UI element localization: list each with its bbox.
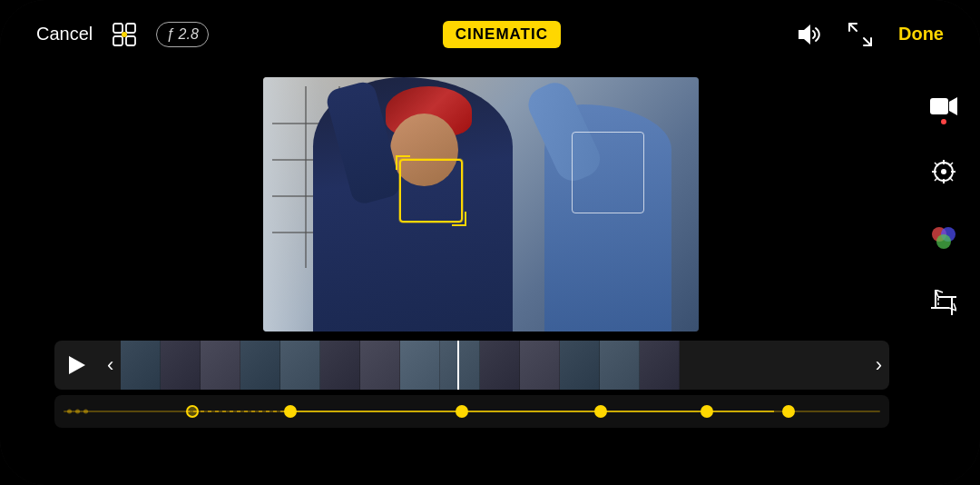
- playhead[interactable]: [457, 341, 459, 390]
- top-bar-left: Cancel ƒ 2.8: [36, 19, 209, 50]
- video-area: ‹: [0, 68, 907, 485]
- cancel-button[interactable]: Cancel: [36, 24, 93, 45]
- film-frame: [161, 341, 201, 390]
- film-frame: [320, 341, 360, 390]
- focus-point-5[interactable]: [701, 405, 713, 418]
- svg-line-6: [849, 24, 857, 31]
- play-button[interactable]: [54, 341, 100, 390]
- film-frame: [480, 341, 520, 390]
- video-frame[interactable]: [263, 77, 699, 332]
- svg-rect-3: [126, 36, 135, 45]
- top-bar-right: Done: [795, 22, 944, 47]
- film-frame: [360, 341, 400, 390]
- top-bar: Cancel ƒ 2.8 CINEMATIC: [0, 0, 980, 68]
- detect-box[interactable]: [572, 132, 644, 213]
- color-tool-button[interactable]: [924, 217, 964, 257]
- main-content: ‹: [0, 68, 980, 485]
- film-frame: [121, 341, 161, 390]
- aperture-badge[interactable]: ƒ 2.8: [156, 22, 209, 47]
- video-background: [263, 77, 699, 332]
- timeline-chevron-right[interactable]: ›: [868, 353, 889, 377]
- film-frame: [201, 341, 240, 390]
- bottom-controls: ‹: [54, 341, 907, 428]
- svg-rect-27: [938, 297, 952, 308]
- film-frame: [640, 341, 680, 390]
- focus-point-6[interactable]: [782, 405, 795, 418]
- svg-line-7: [864, 38, 871, 45]
- done-button[interactable]: Done: [898, 24, 944, 45]
- crop-tool-button[interactable]: [924, 282, 964, 322]
- focus-box[interactable]: [399, 159, 463, 223]
- film-frame: [520, 341, 560, 390]
- svg-rect-2: [113, 36, 122, 45]
- film-strip[interactable]: [121, 341, 867, 390]
- svg-marker-9: [949, 97, 957, 115]
- svg-rect-1: [126, 24, 135, 33]
- play-icon: [69, 356, 85, 374]
- timeline-chevron-left[interactable]: ‹: [100, 353, 121, 377]
- right-sidebar: [907, 68, 980, 485]
- volume-icon[interactable]: [795, 23, 822, 46]
- film-frame: [240, 341, 280, 390]
- film-frame: [440, 341, 480, 390]
- focus-track-line: [64, 411, 880, 412]
- phone-frame: Cancel ƒ 2.8 CINEMATIC: [0, 0, 980, 485]
- focus-track[interactable]: [54, 395, 889, 428]
- focus-point-4[interactable]: [594, 405, 607, 418]
- focus-point-3[interactable]: [456, 405, 468, 418]
- film-frame: [560, 341, 600, 390]
- record-indicator: [941, 119, 946, 124]
- film-frame: [280, 341, 320, 390]
- svg-point-22: [936, 234, 951, 249]
- svg-rect-0: [113, 24, 122, 33]
- adjust-tool-button[interactable]: [924, 152, 964, 192]
- film-frame: [600, 341, 640, 390]
- expand-icon[interactable]: [848, 22, 873, 47]
- video-tool-button[interactable]: [924, 86, 964, 126]
- svg-point-11: [941, 169, 946, 174]
- svg-point-4: [122, 32, 127, 37]
- cinematic-badge: CINEMATIC: [443, 21, 561, 48]
- timeline-strip[interactable]: ‹: [54, 341, 889, 390]
- film-frame: [400, 341, 440, 390]
- svg-rect-8: [930, 98, 948, 114]
- autofocus-icon[interactable]: [109, 19, 140, 50]
- svg-marker-5: [799, 25, 810, 45]
